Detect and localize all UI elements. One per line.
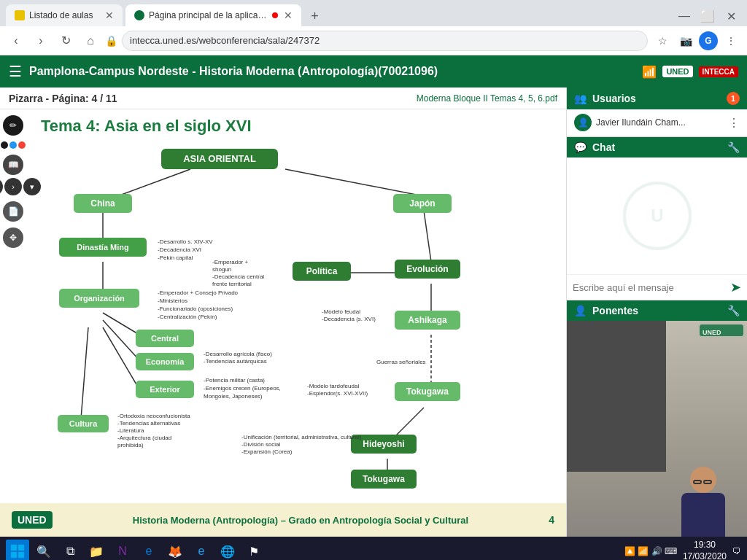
star-icon[interactable]: ☆ [652,31,673,51]
tool-move[interactable]: ✥ [3,228,23,248]
chrome-button[interactable]: 🌐 [216,540,239,560]
color-red[interactable] [18,141,26,149]
color-black[interactable] [1,141,8,149]
svg-text:-Esplendor(s. XVI-XVII): -Esplendor(s. XVI-XVII) [307,390,368,397]
svg-text:Guerras señoriales: Guerras señoriales [376,359,426,365]
svg-text:Japón: Japón [409,198,435,209]
tool-pencil[interactable]: ✏ [3,115,23,136]
svg-text:shogun: shogun [212,266,231,273]
user-item: 👤 Javier Ilundáin Cham... ⋮ [567,109,747,136]
video-uned-label: UNED [700,327,724,338]
search-taskbar-button[interactable]: 🔍 [32,540,55,560]
svg-line-1 [285,169,424,196]
ponentes-icon: 👤 [574,305,587,316]
tab-bar: Listado de aulas ✕ Página principal de l… [0,0,747,26]
new-tab-button[interactable]: + [304,6,325,26]
home-button[interactable]: ⌂ [80,31,101,51]
color-blue[interactable] [9,141,17,149]
svg-text:-Desarrollo s. XIV-XV: -Desarrollo s. XIV-XV [158,238,213,245]
svg-text:-Pekín capital: -Pekín capital [158,254,193,261]
color-palette [1,141,26,149]
svg-text:-Decadencia central: -Decadencia central [212,273,264,280]
chat-wrench-icon[interactable]: 🔧 [727,141,740,153]
svg-text:-Unificación (territorial, adm: -Unificación (territorial, administrativ… [241,434,362,440]
chat-watermark: U [621,179,694,252]
svg-text:-Expansión  (Corea): -Expansión (Corea) [241,448,293,455]
svg-text:-Desarrollo agrícola (fisco): -Desarrollo agrícola (fisco) [204,351,272,357]
tab-listado[interactable]: Listado de aulas ✕ [6,4,123,26]
onenote-button[interactable]: N [111,540,134,560]
bottom-page-number: 4 [549,514,554,526]
header-icons: 📶 UNED INTECCA [642,65,738,79]
chat-title: Chat [592,141,615,153]
whiteboard-title: Pizarra - Página: 4 / 11 [9,93,117,104]
ponentes-section-header: 👤 Ponentes 🔧 [567,300,747,321]
video-board [567,321,666,472]
chat-icon: 💬 [574,141,587,153]
user-options-icon[interactable]: ⋮ [728,116,740,130]
tool-book[interactable]: 📖 [3,155,23,175]
svg-text:-Decadencia (s. XVI): -Decadencia (s. XVI) [322,316,376,322]
nav-arrows: ‹ › ▾ [0,178,41,195]
svg-text:-Ministerios: -Ministerios [158,298,187,304]
task-view-button[interactable]: ⧉ [58,540,82,560]
bottom-bar: UNED Historia Moderna (Antropología) – G… [0,503,566,537]
intecca-logo: INTECCA [699,66,738,77]
pdf-title: Moderna Bloque II Temas 4, 5, 6.pdf [417,93,557,104]
notification-icon[interactable]: 🗨 [732,546,741,556]
users-section: 👥 Usuarios 1 👤 Javier Ilundáin Cham... ⋮ [567,88,747,137]
svg-text:Central: Central [151,334,179,343]
svg-rect-78 [18,552,24,558]
svg-text:prohibida): prohibida) [117,442,144,448]
reload-button[interactable]: ↻ [55,31,76,51]
slide-list-button[interactable]: ▾ [23,178,41,195]
next-slide-button[interactable]: › [4,178,22,195]
svg-text:-Literatura: -Literatura [117,427,144,434]
tab-close-1[interactable]: ✕ [105,9,114,21]
file-explorer-button[interactable]: 📁 [85,540,108,560]
forward-button[interactable]: › [31,31,51,51]
edge-button[interactable]: e [137,540,160,560]
window-controls: — ⬜ ✕ [674,6,741,26]
tab-principal[interactable]: Página principal de la aplica… ✕ [125,4,301,26]
taskbar-time: 19:30 17/03/2020 [683,540,727,560]
ponentes-wrench-icon[interactable]: 🔧 [727,305,740,316]
person-body [681,493,725,537]
menu-icon[interactable]: ⋮ [721,31,741,51]
recording-indicator [272,12,278,18]
svg-text:Tokugawa: Tokugawa [363,474,405,484]
profile-button[interactable]: G [699,31,718,50]
tab-label-1: Listado de aulas [29,10,93,20]
taskbar-icons: 🔼 📶 🔊 ⌨ [624,546,677,556]
prev-slide-button[interactable]: ‹ [0,178,3,195]
tab-close-2[interactable]: ✕ [284,9,293,21]
svg-text:-Arquitectura (ciudad: -Arquitectura (ciudad [117,435,171,441]
start-button[interactable] [6,540,29,560]
app-container: ☰ Pamplona-Campus Nordeste - Historia Mo… [0,55,747,537]
firefox-button[interactable]: 🦊 [163,540,187,560]
svg-line-5 [103,320,139,360]
hamburger-icon[interactable]: ☰ [9,63,22,80]
maximize-button[interactable]: ⬜ [697,6,718,26]
tab-label-2: Página principal de la aplica… [149,10,266,20]
minimize-button[interactable]: — [674,6,694,26]
user-avatar: 👤 [574,114,592,131]
back-button[interactable]: ‹ [6,31,26,51]
close-button[interactable]: ✕ [721,6,741,26]
flag-button[interactable]: ⚑ [242,540,266,560]
send-icon[interactable]: ➤ [730,279,741,295]
svg-text:frente territorial: frente territorial [212,281,252,287]
tab-favicon-1 [15,10,25,20]
camera-icon[interactable]: 📷 [676,31,696,51]
address-bar[interactable] [122,31,648,51]
tool-pages[interactable]: 📄 [3,201,23,222]
ie-button[interactable]: e [190,540,213,560]
svg-rect-76 [18,545,24,551]
ponentes-video: UNED [567,321,747,537]
svg-text:-Emperador +: -Emperador + [212,259,248,265]
taskbar-right: 🔼 📶 🔊 ⌨ 19:30 17/03/2020 🗨 [624,540,741,560]
left-toolbar: ✏ 📖 ‹ › ▾ 📄 ✥ [0,109,26,503]
chat-input[interactable] [573,282,726,293]
users-count-badge: 1 [727,92,740,105]
svg-rect-75 [11,545,17,551]
